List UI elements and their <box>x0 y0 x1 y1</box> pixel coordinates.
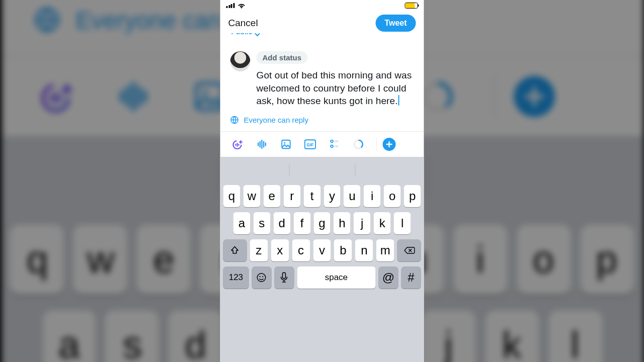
key-s[interactable]: s <box>106 310 159 362</box>
svg-point-19 <box>284 142 285 144</box>
key-e[interactable]: e <box>137 225 191 295</box>
audience-label: Public <box>231 33 253 36</box>
key-k[interactable]: k <box>485 310 539 362</box>
avatar[interactable] <box>230 51 251 71</box>
key-p[interactable]: p <box>580 225 633 295</box>
key-r[interactable]: r <box>283 185 300 207</box>
status-bar <box>220 0 424 11</box>
toolbar-separator <box>376 137 377 151</box>
svg-point-0 <box>35 9 58 31</box>
spaces-button[interactable] <box>23 72 90 120</box>
key-b[interactable]: b <box>334 239 352 261</box>
tweet-button[interactable]: Tweet <box>375 15 416 32</box>
svg-text:GIF: GIF <box>307 142 314 147</box>
key-s[interactable]: s <box>253 212 270 234</box>
spaces-button[interactable] <box>227 137 249 152</box>
globe-icon <box>230 116 239 124</box>
backspace-icon <box>403 245 415 255</box>
add-thread-button[interactable] <box>383 138 396 151</box>
key-dictation[interactable] <box>274 266 294 289</box>
tweet-text-input[interactable]: Got out of bed this morning and was welc… <box>257 69 414 108</box>
key-space[interactable]: space <box>297 266 375 289</box>
emoji-icon <box>256 272 267 283</box>
key-g[interactable]: g <box>313 212 331 234</box>
key-j[interactable]: j <box>354 212 371 234</box>
svg-rect-2 <box>196 83 222 110</box>
svg-point-23 <box>331 145 333 148</box>
key-l[interactable]: l <box>548 310 602 362</box>
poll-button[interactable] <box>324 137 345 152</box>
svg-rect-31 <box>283 273 286 279</box>
svg-point-30 <box>262 276 263 277</box>
key-i[interactable]: i <box>453 225 507 295</box>
chevron-down-icon <box>255 33 261 38</box>
key-c[interactable]: c <box>292 239 310 261</box>
key-backspace[interactable] <box>397 239 421 261</box>
key-t[interactable]: t <box>303 185 320 207</box>
svg-point-28 <box>258 274 266 282</box>
key-k[interactable]: k <box>374 212 391 234</box>
svg-point-11 <box>424 83 450 110</box>
key-h[interactable]: h <box>334 212 351 234</box>
key-d[interactable]: d <box>169 310 222 362</box>
svg-point-10 <box>424 83 450 110</box>
svg-point-22 <box>331 140 333 143</box>
reply-settings-button[interactable]: Everyone can reply <box>220 113 424 131</box>
key-a[interactable]: a <box>42 310 96 362</box>
cancel-button[interactable]: Cancel <box>228 18 258 29</box>
key-numbers[interactable]: 123 <box>223 266 249 289</box>
add-thread-button[interactable] <box>513 76 554 117</box>
key-hash[interactable]: # <box>401 266 421 289</box>
key-emoji[interactable] <box>252 266 271 289</box>
key-q[interactable]: q <box>223 185 240 207</box>
key-a[interactable]: a <box>233 212 251 234</box>
keyboard-row-2: a s d f g h j k l <box>222 212 422 234</box>
svg-rect-25 <box>335 145 339 147</box>
key-v[interactable]: v <box>313 239 331 261</box>
key-w[interactable]: w <box>243 185 260 207</box>
key-j[interactable]: j <box>422 310 475 362</box>
key-z[interactable]: z <box>250 239 268 261</box>
svg-point-29 <box>260 276 261 277</box>
key-i[interactable]: i <box>364 185 381 207</box>
key-q[interactable]: q <box>11 225 64 295</box>
svg-point-1 <box>42 85 67 111</box>
gif-button[interactable]: GIF <box>300 137 321 152</box>
key-n[interactable]: n <box>355 239 373 261</box>
add-status-chip[interactable]: Add status <box>257 51 308 64</box>
voice-button[interactable] <box>99 72 166 120</box>
reply-settings-label: Everyone can reply <box>244 116 308 124</box>
wifi-icon <box>237 3 245 9</box>
key-at[interactable]: @ <box>378 266 398 289</box>
voice-button[interactable] <box>252 137 273 152</box>
text-cursor <box>398 95 399 106</box>
key-l[interactable]: l <box>394 212 411 234</box>
svg-point-3 <box>202 89 206 94</box>
image-button[interactable] <box>276 137 297 152</box>
audience-selector[interactable]: Public <box>220 33 424 40</box>
key-o[interactable]: o <box>517 225 571 295</box>
svg-rect-18 <box>282 140 290 149</box>
key-d[interactable]: d <box>273 212 290 234</box>
keyboard: q w e r t y u i o p a s d f g h j k l z <box>220 157 424 362</box>
compose-nav: Cancel Tweet <box>220 11 424 35</box>
char-count <box>348 137 369 152</box>
keyboard-suggestions[interactable] <box>223 160 421 180</box>
microphone-icon <box>280 272 288 283</box>
battery-icon <box>405 3 418 9</box>
key-x[interactable]: x <box>271 239 289 261</box>
key-shift[interactable] <box>223 239 247 261</box>
key-y[interactable]: y <box>324 185 341 207</box>
key-m[interactable]: m <box>376 239 394 261</box>
key-w[interactable]: w <box>74 225 128 295</box>
globe-icon <box>33 6 60 33</box>
key-u[interactable]: u <box>344 185 361 207</box>
cellular-signal-icon <box>226 3 235 8</box>
keyboard-row-1: q w e r t y u i o p <box>222 185 422 207</box>
key-e[interactable]: e <box>263 185 280 207</box>
key-o[interactable]: o <box>384 185 401 207</box>
key-p[interactable]: p <box>404 185 421 207</box>
keyboard-row-3: z x c v b n m <box>222 239 422 261</box>
svg-rect-24 <box>335 140 339 142</box>
key-f[interactable]: f <box>293 212 310 234</box>
